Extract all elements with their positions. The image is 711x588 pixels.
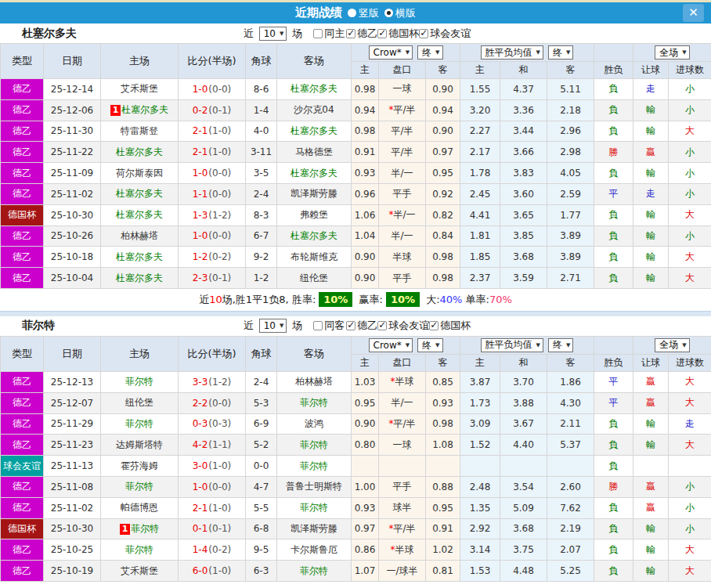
full-time-score: 6-0 bbox=[193, 565, 208, 576]
goals-cell: 走 bbox=[669, 413, 711, 435]
close-button[interactable]: ✕ bbox=[683, 4, 704, 22]
odds-final-select[interactable]: 终▼ bbox=[417, 338, 442, 352]
checkbox-league-0[interactable]: 德乙 bbox=[346, 27, 377, 41]
column-header-0: 类型 bbox=[1, 44, 44, 79]
sub-column-header-1: 盘口 bbox=[379, 354, 426, 371]
scope-select[interactable]: 全场▼ bbox=[655, 45, 689, 60]
handicap-result-cell: 走 bbox=[633, 183, 669, 204]
corners-cell: 2-4 bbox=[246, 183, 277, 204]
checkbox-same-venue[interactable]: 同主 bbox=[313, 27, 345, 41]
team-label: 杜塞尔多夫 bbox=[116, 251, 163, 262]
team-label: 杜塞尔多夫 bbox=[116, 209, 163, 220]
full-time-score: 2-1 bbox=[193, 503, 208, 514]
goals-cell: 小 bbox=[669, 225, 711, 247]
avg-group-header: 胜平负均值▼终▼ bbox=[460, 44, 594, 62]
column-header-3: 比分(半场) bbox=[179, 44, 246, 79]
avg-away-cell: 3.89 bbox=[547, 225, 594, 247]
handicap-result-cell: 輸 bbox=[633, 225, 669, 247]
match-row: 德乙25-11-08菲尔特1-0(0-0)4-7普鲁士明斯特1.00平手0.88… bbox=[1, 476, 711, 497]
avg-home-cell: 1.81 bbox=[460, 225, 500, 247]
checkbox-icon bbox=[429, 321, 439, 330]
goals-cell: 小 bbox=[669, 142, 711, 163]
team-label: 弗赖堡 bbox=[300, 209, 328, 220]
match-count-select[interactable]: 10▼ bbox=[259, 27, 287, 41]
odds-home-cell: 0.93 bbox=[352, 163, 379, 184]
checkbox-icon bbox=[377, 321, 387, 330]
corners-cell: 5-5 bbox=[246, 497, 277, 518]
league-cell: 球会友谊 bbox=[1, 456, 44, 477]
avg-draw-cell: 4.48 bbox=[500, 561, 547, 582]
corners-cell: 0-0 bbox=[246, 456, 277, 477]
handicap-cell: 半/一 bbox=[379, 163, 426, 184]
dropdown-arrow-icon: ▼ bbox=[280, 31, 283, 37]
result-cell: 負 bbox=[594, 79, 633, 100]
team-label: 菲尔特 bbox=[300, 397, 328, 408]
header-group-row: 类型日期主场比分(半场)角球客场Crow*▼终▼胜平负均值▼终▼全场▼ bbox=[1, 44, 711, 62]
checkbox-league-1[interactable]: 球会友谊 bbox=[377, 319, 429, 333]
avg-final-select[interactable]: 终▼ bbox=[548, 45, 573, 60]
handicap-cell: 平手 bbox=[379, 268, 426, 289]
match-row: 德国杯25-10-30杜塞尔多夫1-3(1-2)8-3弗赖堡1.06*半/一0.… bbox=[1, 204, 711, 225]
home-team-cell: 菲尔特 bbox=[101, 476, 179, 497]
odds-group-header: Crow*▼终▼ bbox=[352, 44, 460, 62]
sections-container: 杜塞尔多夫近10▼场同主德乙德国杯球会友谊类型日期主场比分(半场)角球客场Cro… bbox=[0, 23, 711, 582]
checkbox-league-1[interactable]: 德国杯 bbox=[377, 27, 419, 41]
match-count-select[interactable]: 10▼ bbox=[259, 319, 287, 333]
avg-away-cell: 1.86 bbox=[547, 371, 594, 392]
league-cell: 德乙 bbox=[1, 413, 44, 435]
column-header-3: 比分(半场) bbox=[179, 336, 246, 371]
handicap-value: 半/一 bbox=[391, 397, 413, 408]
league-cell: 德乙 bbox=[1, 476, 44, 497]
goals-cell: 小 bbox=[669, 497, 711, 518]
avg-final-select[interactable]: 终▼ bbox=[548, 338, 573, 352]
avg-draw-cell: 3.68 bbox=[500, 518, 547, 539]
handicap-result-cell: 贏 bbox=[633, 142, 669, 163]
view-option-vertical[interactable]: 竖版 bbox=[348, 6, 379, 20]
odds-group-header: Crow*▼终▼ bbox=[352, 336, 460, 354]
checkbox-same-venue[interactable]: 同客 bbox=[313, 319, 345, 333]
odds-source-select[interactable]: Crow*▼ bbox=[369, 338, 413, 352]
scope-select[interactable]: 全场▼ bbox=[655, 338, 689, 352]
avg-select[interactable]: 胜平负均值▼ bbox=[481, 338, 543, 352]
score-cell: 6-0(1-0) bbox=[179, 561, 246, 582]
date-cell: 25-10-25 bbox=[44, 539, 101, 561]
match-row: 德乙25-11-30特雷斯登2-1(1-0)4-0杜塞尔多夫0.98平/半0.9… bbox=[1, 121, 711, 142]
avg-draw-cell: 4.37 bbox=[500, 79, 547, 100]
odds-home-cell: 1.07 bbox=[352, 561, 379, 582]
handicap-result-cell: 輸 bbox=[633, 518, 669, 539]
checkbox-league-0[interactable]: 德乙 bbox=[346, 319, 377, 333]
avg-draw-cell: 3.70 bbox=[500, 371, 547, 392]
handicap-result-cell bbox=[633, 456, 669, 477]
view-option-horizontal[interactable]: 横版 bbox=[384, 6, 416, 20]
result-cell: 負 bbox=[594, 518, 633, 539]
odds-away-cell: 0.92 bbox=[426, 183, 460, 204]
sub-column-header-8: 进球数 bbox=[669, 62, 711, 79]
team-label: 波鸿 bbox=[305, 418, 323, 429]
match-row: 德乙25-10-25菲尔特1-4(0-2)9-5卡尔斯鲁厄0.86*半球1.02… bbox=[1, 539, 711, 561]
avg-home-cell: 1.78 bbox=[460, 163, 500, 184]
odds-home-cell: 1.03 bbox=[352, 371, 379, 392]
goals-cell: 大 bbox=[669, 204, 711, 225]
full-time-score: 1-0 bbox=[193, 168, 208, 179]
away-team-cell: 杜塞尔多夫 bbox=[277, 225, 352, 247]
corners-cell: 5-3 bbox=[246, 392, 277, 413]
checkbox-league-2[interactable]: 球会友谊 bbox=[419, 27, 471, 41]
avg-away-cell: 2.59 bbox=[547, 183, 594, 204]
dropdown-arrow-icon: ▼ bbox=[435, 49, 439, 56]
handicap-result-cell: 贏 bbox=[633, 371, 669, 392]
avg-select-label: 胜平负均值 bbox=[485, 338, 532, 352]
handicap-cell: 平手 bbox=[379, 183, 426, 204]
home-team-cell: 艾禾斯堡 bbox=[101, 561, 179, 582]
odds-source-select[interactable]: Crow*▼ bbox=[369, 45, 413, 60]
team-label: 杜塞尔多夫 bbox=[291, 83, 337, 94]
match-count-select-label: 10 bbox=[264, 28, 276, 39]
home-team-cell: 杜塞尔多夫 bbox=[101, 183, 179, 204]
checkbox-league-2[interactable]: 德国杯 bbox=[429, 319, 471, 333]
results-table: 类型日期主场比分(半场)角球客场Crow*▼终▼胜平负均值▼终▼全场▼主盘口客主… bbox=[0, 43, 711, 289]
avg-select[interactable]: 胜平负均值▼ bbox=[481, 45, 543, 60]
home-team-cell: 荷尔斯泰因 bbox=[101, 163, 179, 184]
odds-final-select[interactable]: 终▼ bbox=[417, 45, 442, 60]
result-cell: 負 bbox=[594, 204, 633, 225]
half-time-score: (1-0) bbox=[208, 125, 231, 136]
odds-home-cell: 0.93 bbox=[352, 497, 379, 518]
